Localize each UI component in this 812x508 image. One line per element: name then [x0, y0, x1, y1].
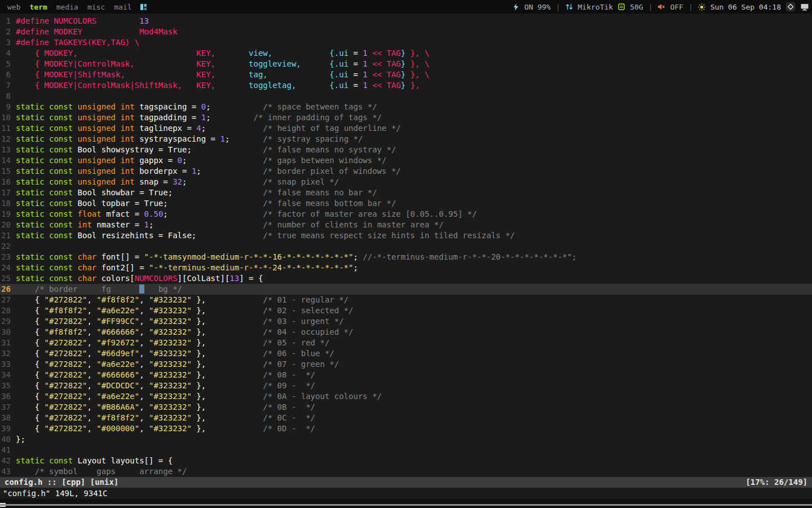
code-line-35[interactable]: 35 { "#272822", "#DCDCDC", "#323232" }, … [0, 380, 812, 391]
code-token [215, 49, 249, 58]
code-token: static const [16, 113, 78, 122]
code-line-31[interactable]: 31 { "#272822", "#f92672", "#323232" }, … [0, 338, 812, 348]
tag-media[interactable]: media [52, 3, 83, 11]
code-token [168, 199, 263, 208]
code-token [96, 16, 139, 25]
line-number: 36 [0, 391, 16, 402]
code-token: /* true means respect size hints in tile… [263, 231, 515, 240]
line-number: 10 [0, 112, 16, 123]
code-token: 0.50 [144, 209, 164, 218]
code-line-22[interactable]: 22 [0, 241, 812, 252]
code-token [206, 370, 263, 379]
code-text: { "#272822", "#66d9ef", "#323232" }, /* … [16, 348, 334, 359]
code-line-32[interactable]: 32 { "#272822", "#66d9ef", "#323232" }, … [0, 348, 812, 359]
code-token: int [78, 220, 97, 229]
code-line-6[interactable]: 6 { MODKEY|ShiftMask, KEY, tag, {.ui = 1… [0, 69, 812, 80]
code-line-15[interactable]: 15static const unsigned int borderpx = 1… [0, 166, 812, 177]
code-line-19[interactable]: 19static const float mfact = 0.50; /* fa… [0, 209, 812, 220]
code-line-8[interactable]: 8 [0, 91, 812, 102]
code-line-29[interactable]: 29 { "#272822", "#FF99CC", "#323232" }, … [0, 316, 812, 327]
code-token [173, 188, 263, 197]
code-text: static const float mfact = 0.50; /* fact… [16, 209, 477, 220]
code-line-3[interactable]: 3#define TAGKEYS(KEY,TAG) \ [0, 37, 812, 48]
code-line-14[interactable]: 14static const unsigned int gappx = 0; /… [0, 155, 812, 166]
code-token: ] = { [239, 274, 263, 283]
code-line-9[interactable]: 9static const unsigned int tagspacing = … [0, 102, 812, 112]
code-token: , [87, 360, 96, 369]
code-line-37[interactable]: 37 { "#272822", "#B86A6A", "#323232" }, … [0, 402, 812, 413]
code-line-11[interactable]: 11static const unsigned int taglinepx = … [0, 123, 812, 134]
code-line-16[interactable]: 16static const unsigned int snap = 32; /… [0, 177, 812, 187]
code-line-26[interactable]: 26 /* border fg bg */ [0, 284, 812, 295]
code-token [301, 59, 330, 68]
tray-diamond-icon[interactable] [786, 2, 795, 11]
code-token: Bool topbar = True; [78, 199, 168, 208]
code-line-27[interactable]: 27 { "#272822", "#f8f8f2", "#323232" }, … [0, 295, 812, 305]
code-line-18[interactable]: 18static const Bool topbar = True; /* fa… [0, 198, 812, 209]
code-line-5[interactable]: 5 { MODKEY|ControlMask, KEY, toggleview,… [0, 59, 812, 69]
code-line-13[interactable]: 13static const Bool showsystray = True; … [0, 144, 812, 155]
code-token [16, 70, 35, 79]
line-number: 4 [0, 48, 16, 59]
vim-editor[interactable]: 1#define NUMCOLORS 132#define MODKEY Mod… [0, 14, 812, 477]
code-line-30[interactable]: 30 { "#f8f8f2", "#666666", "#323232" }, … [0, 327, 812, 338]
code-line-23[interactable]: 23static const char font[] = "-*-tamsynm… [0, 252, 812, 262]
code-line-38[interactable]: 38 { "#272822", "#f8f8f2", "#323232" }, … [0, 413, 812, 423]
code-token [211, 113, 254, 122]
code-line-33[interactable]: 33 { "#272822", "#a6e22e", "#323232" }, … [0, 359, 812, 370]
code-line-4[interactable]: 4 { MODKEY, KEY, view, {.ui = 1 << TAG} … [0, 48, 812, 59]
tray-display-icon[interactable] [800, 2, 809, 11]
code-token: "#f92672" [96, 338, 139, 347]
code-token: toggleview, [249, 59, 301, 68]
line-number: 30 [0, 327, 16, 338]
code-token [153, 220, 263, 229]
tag-term[interactable]: term [25, 3, 51, 11]
code-line-25[interactable]: 25static const char colors[NUMCOLORS][Co… [0, 273, 812, 284]
volume-status: OFF [670, 3, 683, 11]
code-token [206, 306, 263, 315]
code-token: "#323232" [149, 413, 192, 422]
code-line-42[interactable]: 42static const Layout layouts[] = { [0, 456, 812, 466]
tag-web[interactable]: web [3, 3, 25, 11]
code-token: 1 [220, 134, 224, 143]
code-line-39[interactable]: 39 { "#272822", "#000000", "#323232" }, … [0, 423, 812, 434]
code-token [211, 102, 263, 111]
network-traffic-icon [566, 3, 573, 10]
code-line-1[interactable]: 1#define NUMCOLORS 13 [0, 16, 812, 27]
code-token: KEY, [196, 59, 215, 68]
code-line-28[interactable]: 28 { "#f8f8f2", "#a6e22e", "#323232" }, … [0, 305, 812, 316]
line-number: 26 [0, 284, 16, 295]
code-line-17[interactable]: 17static const Bool showbar = True; /* f… [0, 187, 812, 198]
line-number: 13 [0, 144, 16, 155]
code-line-12[interactable]: 12static const unsigned int systrayspaci… [0, 134, 812, 144]
code-line-2[interactable]: 2#define MODKEY Mod4Mask [0, 27, 812, 37]
code-line-20[interactable]: 20static const int nmaster = 1; /* numbe… [0, 220, 812, 230]
layout-indicator-icon[interactable] [140, 3, 147, 11]
network-speed: 50G [630, 3, 643, 11]
code-token: static const [16, 188, 78, 197]
code-token: snap = [139, 177, 173, 186]
code-token: , [87, 413, 96, 422]
code-line-21[interactable]: 21static const Bool resizehints = False;… [0, 230, 812, 241]
code-line-24[interactable]: 24static const char font2[] = "-*-termin… [0, 262, 812, 273]
code-token: , [87, 370, 96, 379]
code-token: }, \ [411, 59, 430, 68]
code-text: { "#f8f8f2", "#666666", "#323232" }, /* … [16, 327, 353, 338]
code-line-40[interactable]: 40}; [0, 434, 812, 445]
code-line-41[interactable]: 41 [0, 445, 812, 456]
code-token: /* factor of master area size [0.05..0.9… [263, 209, 476, 218]
code-line-7[interactable]: 7 { MODKEY|ControlMask|ShiftMask, KEY, t… [0, 80, 812, 91]
code-line-34[interactable]: 34 { "#272822", "#666666", "#323232" }, … [0, 370, 812, 380]
code-token: "#323232" [149, 349, 192, 358]
code-token: systrayspacing = [139, 134, 220, 143]
code-token: "#272822" [45, 317, 87, 326]
code-line-43[interactable]: 43 /* symbol gaps arrange */ [0, 466, 812, 477]
code-line-10[interactable]: 10static const unsigned int tagpadding =… [0, 112, 812, 123]
code-text: static const unsigned int borderpx = 1; … [16, 166, 401, 177]
code-line-36[interactable]: 36 { "#272822", "#a6e22e", "#323232" }, … [0, 391, 812, 402]
code-token: Bool resizehints = False; [78, 231, 197, 240]
tag-misc[interactable]: misc [83, 3, 109, 11]
code-text: #define NUMCOLORS 13 [16, 16, 149, 27]
tag-mail[interactable]: mail [109, 3, 136, 11]
code-token: "#323232" [149, 370, 192, 379]
